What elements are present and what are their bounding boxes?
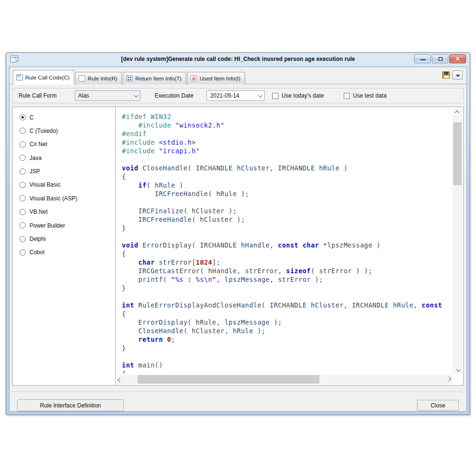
radio-icon [20,209,26,215]
language-label: C [30,114,34,121]
rule-call-form-select[interactable]: Alas [75,90,140,101]
language-option-c-tuxedo[interactable]: C (Tuxedo) [20,127,115,134]
vertical-scrollbar[interactable] [453,108,462,374]
language-label: VB.Net [30,208,48,215]
code-line: } [122,344,452,352]
checkbox-icon [344,93,350,99]
chevron-down-icon [258,93,263,98]
code-line: CloseHandle( hCluster, hRule ); [122,327,452,335]
code-line: IRCFinalize( hCluster ); [122,207,452,215]
code-line [122,155,452,164]
main-panel: CC (Tuxedo)C#.NetJavaJSPVisual BasicVisu… [12,107,464,386]
rule-call-form-label: Rule Call Form [19,92,57,99]
form-icon [16,74,23,80]
vertical-scroll-thumb[interactable] [453,122,462,185]
scroll-right-arrow[interactable] [444,375,452,384]
code-line: ErrorDisplay( hRule, lpszMessage ); [122,318,452,327]
code-line: #include <stdio.h> [122,138,452,147]
save-icon[interactable] [442,71,450,79]
language-label: Visual Basic [30,181,60,188]
footer-separator [10,392,466,393]
radio-icon [20,249,26,256]
dialog-window: [dev rule system]Generate rule call code… [6,52,470,415]
code-line: if( hRule ) [122,181,452,189]
language-option-visual-basic-asp[interactable]: Visual Basic (ASP) [20,195,115,202]
code-line: int main() [122,361,452,369]
language-option-jsp[interactable]: JSP [20,168,115,175]
rule-interface-definition-button[interactable]: Rule Interface Definition [17,399,124,411]
tab-strip: Rule Call Code(C)Rule Info(R)Return Item… [10,67,466,84]
use-todays-date-label: Use today's date [281,92,324,99]
radio-icon [20,114,26,120]
page: [dev rule system]Generate rule call code… [0,0,476,476]
code-line: return 0; [122,335,452,344]
close-icon: ✕ [450,56,466,62]
language-option-power-builder[interactable]: Power Builder [20,222,115,229]
language-option-delphi[interactable]: Delphi [20,236,115,243]
code-line: #include "ircapi.h" [122,147,452,155]
maximize-icon [438,57,443,61]
execution-date-label: Execution Date [155,92,193,99]
language-option-vb-net[interactable]: VB.Net [20,208,115,216]
language-option-cobol[interactable]: Cobol [20,249,115,256]
use-todays-date-checkbox[interactable]: Use today's date [272,92,324,99]
code-line: IRCFreeHandle( hCluster ); [122,215,452,224]
horizontal-scroll-thumb[interactable] [138,375,319,384]
language-label: Visual Basic (ASP) [30,195,77,202]
tab-label: Rule Call Code(C) [25,75,69,80]
radio-icon [20,128,26,134]
tab-rule-info-r[interactable]: Rule Info(R) [75,72,122,84]
close-button[interactable]: ✕ [449,54,466,63]
scroll-left-arrow[interactable] [117,375,124,384]
tab-return-item-info-t[interactable]: Return Item Info(T) [123,72,186,84]
language-label: C (Tuxedo) [30,128,58,134]
language-option-c[interactable]: C [20,114,115,121]
language-list: CC (Tuxedo)C#.NetJavaJSPVisual BasicVisu… [13,107,116,385]
rule-call-form-value: Alas [78,92,89,99]
code-line: void CloseHandle( IRCHANDLE hCluster, IR… [122,164,452,172]
minimize-icon [420,59,426,60]
language-label: Delphi [30,236,46,242]
code-line [122,352,452,361]
tab-rule-call-code-c[interactable]: Rule Call Code(C) [13,70,74,84]
window-title: [dev rule system]Generate rule call code… [6,56,470,62]
record-icon [190,75,197,81]
execution-date-value: 2021-05-14 [210,92,239,99]
code-line: #include "winsock2.h" [122,121,452,129]
scroll-down-arrow[interactable] [453,366,462,374]
code-viewer[interactable]: #ifdef WIN32 #include "winsock2.h"#endif… [122,112,452,374]
scroll-up-arrow[interactable] [453,108,462,116]
language-option-c-net[interactable]: C#.Net [20,141,115,148]
code-line: printf( "%s : %s\n", lpszMessage, strErr… [122,275,452,284]
execution-date-select[interactable]: 2021-05-14 [207,90,265,101]
tab-label: Rule Info(R) [88,76,117,81]
checkbox-icon [272,93,278,99]
language-option-java[interactable]: Java [20,154,115,161]
radio-icon [20,169,26,175]
code-panel: #ifdef WIN32 #include "winsock2.h"#endif… [116,107,463,385]
radio-icon [20,222,26,228]
tab-label: Used Item Info(I) [199,76,240,81]
options-toolbar: Rule Call Form Alas Execution Date 2021-… [12,88,464,103]
close-dialog-button[interactable]: Close [417,400,459,411]
code-line [122,232,452,241]
language-label: Cobol [30,249,44,256]
use-test-data-checkbox[interactable]: Use test data [344,92,387,99]
minimize-button[interactable] [414,54,431,63]
language-label: Power Builder [30,222,65,229]
grid-icon [126,75,133,81]
code-line: } [122,284,452,292]
dropdown-arrow-button[interactable] [452,70,463,79]
horizontal-scrollbar[interactable] [117,375,452,384]
title-bar[interactable]: [dev rule system]Generate rule call code… [6,53,470,67]
code-line: #ifdef WIN32 [122,112,452,121]
tab-label: Return Item Info(T) [135,76,181,81]
code-line: char strError[1024]; [122,258,452,267]
client-area: Rule Call Code(C)Rule Info(R)Return Item… [9,67,467,412]
code-line: { [122,369,452,374]
tab-used-item-info-i[interactable]: Used Item Info(I) [187,72,245,84]
radio-icon [20,141,26,148]
code-line: } [122,224,452,232]
language-option-visual-basic[interactable]: Visual Basic [20,181,115,188]
maximize-button[interactable] [432,54,448,63]
